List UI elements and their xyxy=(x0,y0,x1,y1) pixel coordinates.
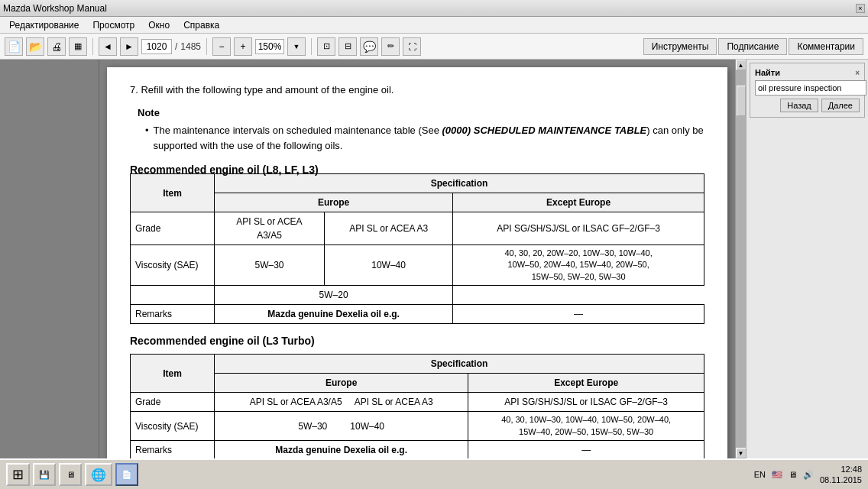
t1-item-hdr: Item xyxy=(131,174,215,212)
right-toolbar: Инструменты Подписание Комментарии xyxy=(643,38,863,55)
flag-icon: 🇺🇸 xyxy=(772,470,782,480)
note-text-1: The maintenance intervals on scheduled m… xyxy=(154,125,442,136)
note-title: Note xyxy=(138,105,704,121)
zoom-out-btn[interactable]: − xyxy=(212,37,231,56)
toolbar-print-btn[interactable]: 🖨 xyxy=(47,37,66,56)
toolbar-sep-1 xyxy=(92,38,93,55)
clock-area: 12:48 08.11.2015 xyxy=(820,464,862,486)
t2-exceu-hdr: Except Europe xyxy=(468,374,704,393)
t1-visc-except: 40, 30, 20, 20W–20, 10W–30, 10W–40,10W–5… xyxy=(453,245,704,286)
t1-visc-item: Viscosity (SAE) xyxy=(131,245,215,286)
tools-button[interactable]: Инструменты xyxy=(643,38,717,55)
scroll-up-btn[interactable]: ▲ xyxy=(736,60,747,70)
t2-grade-eu: API SL or ACEA A3/A5 API SL or ACEA A3 xyxy=(215,393,468,412)
taskbar-explorer-btn[interactable]: 🖥 xyxy=(59,463,82,486)
doc-page: 7. Refill with the following type and am… xyxy=(107,67,727,458)
note-text: The maintenance intervals on scheduled m… xyxy=(154,123,704,153)
note-block: Note • The maintenance intervals on sche… xyxy=(138,105,704,154)
note-italic: (0000) SCHEDULED MAINTENANCE TABLE xyxy=(442,125,647,136)
page-separator: / xyxy=(175,41,177,52)
network-icon: 🖥 xyxy=(789,470,797,479)
t2-remarks-except: — xyxy=(468,440,704,458)
t2-grade-except: API SG/SH/SJ/SL or ILSAC GF–2/GF–3 xyxy=(468,393,704,412)
bottom-bar: ⊞ 💾 🖥 🌐 📄 EN 🇺🇸 🖥 🔊 12:48 08.11.2015 xyxy=(0,458,868,489)
search-close-btn[interactable]: × xyxy=(855,69,860,77)
scroll-down-btn[interactable]: ▼ xyxy=(736,448,747,458)
t1-grade-eu1: API SL or ACEAA3/A5 xyxy=(215,212,325,245)
markup-btn[interactable]: ✏ xyxy=(381,37,400,56)
zoom-dropdown-btn[interactable]: ▼ xyxy=(287,37,306,56)
t2-visc-eu: 5W–30 10W–40 xyxy=(215,412,468,441)
t2-item-hdr: Item xyxy=(131,355,215,393)
table-row: Grade API SL or ACEA A3/A5 API SL or ACE… xyxy=(131,393,704,412)
toolbar-back-btn[interactable]: ◄ xyxy=(99,37,117,56)
taskbar-start-area: ⊞ 💾 🖥 🌐 📄 xyxy=(6,463,138,486)
taskbar-save-btn[interactable]: 💾 xyxy=(33,463,56,486)
doc-content: 7. Refill with the following type and am… xyxy=(130,83,704,458)
toolbar-sep-3 xyxy=(311,38,312,55)
search-input-container: ▼ xyxy=(755,80,860,96)
search-next-btn[interactable]: Далее xyxy=(821,99,860,112)
t2-visc-item: Viscosity (SAE) xyxy=(131,412,215,441)
table2-title: Recommended engine oil (L3 Turbo) xyxy=(130,333,704,349)
t1-remarks-except: — xyxy=(453,305,704,324)
menu-edit[interactable]: Редактирование xyxy=(3,18,85,32)
t2-eu-hdr: Europe xyxy=(215,374,468,393)
comment-btn[interactable]: 💬 xyxy=(360,37,378,56)
window-close-button[interactable]: × xyxy=(856,4,865,13)
t1-exceu-hdr: Except Europe xyxy=(453,193,704,212)
fit-width-btn[interactable]: ⊟ xyxy=(338,37,357,56)
menu-window[interactable]: Окно xyxy=(142,18,176,32)
search-title: Найти xyxy=(755,68,780,77)
t1-remarks-item: Remarks xyxy=(131,305,215,324)
t1-remarks-eu: Mazda genuine Dexelia oil e.g. xyxy=(215,305,453,324)
page-number-input[interactable] xyxy=(141,39,172,54)
time-display: 12:48 xyxy=(820,464,862,474)
toolbar-scan-btn[interactable]: ▦ xyxy=(69,37,87,56)
t1-grade-item: Grade xyxy=(131,212,215,245)
system-tray: EN 🇺🇸 🖥 🔊 12:48 08.11.2015 xyxy=(754,464,862,486)
window-titlebar: Mazda Workshop Manual × xyxy=(0,0,868,17)
toolbar-fwd-btn[interactable]: ► xyxy=(120,37,138,56)
left-sidebar xyxy=(0,60,99,458)
table1-proper: Item Specification Europe Except Europe … xyxy=(130,173,704,324)
zoom-input[interactable] xyxy=(255,39,284,54)
toolbar: 📄 📂 🖨 ▦ ◄ ► / 1485 − + ▼ ⊡ ⊟ 💬 ✏ ⛶ Инстр… xyxy=(0,34,868,60)
date-display: 08.11.2015 xyxy=(820,474,862,485)
menu-help[interactable]: Справка xyxy=(177,18,225,32)
zoom-in-btn[interactable]: + xyxy=(234,37,252,56)
locale-indicator: EN xyxy=(754,470,766,479)
t1-visc-item2 xyxy=(131,286,215,305)
fit-page-btn[interactable]: ⊡ xyxy=(317,37,335,56)
menu-view[interactable]: Просмотр xyxy=(86,18,141,32)
search-input[interactable] xyxy=(755,80,866,96)
table-row: Remarks Mazda genuine Dexelia oil e.g. — xyxy=(131,305,704,324)
explorer-icon: 🖥 xyxy=(66,470,75,479)
toolbar-open-btn[interactable]: 📂 xyxy=(26,37,44,56)
t1-visc-eu1: 5W–30 xyxy=(215,245,325,286)
sign-button[interactable]: Подписание xyxy=(718,38,787,55)
volume-icon: 🔊 xyxy=(803,470,814,480)
search-prev-btn[interactable]: Назад xyxy=(780,99,818,112)
bullet-symbol: • xyxy=(145,123,149,153)
table-row: 5W–20 xyxy=(131,286,704,305)
table-row: Viscosity (SAE) 5W–30 10W–40 40, 30, 20,… xyxy=(131,245,704,286)
taskbar-doc-btn[interactable]: 📄 xyxy=(115,463,138,486)
comments-button[interactable]: Комментарии xyxy=(789,38,863,55)
toolbar-sep-2 xyxy=(206,38,207,55)
t1-grade-eu2: API SL or ACEA A3 xyxy=(325,212,453,245)
doc-area: 7. Refill with the following type and am… xyxy=(99,60,735,458)
table-row: Remarks Mazda genuine Dexelia oil e.g. — xyxy=(131,440,704,458)
toolbar-new-btn[interactable]: 📄 xyxy=(5,37,23,56)
window-title: Mazda Workshop Manual xyxy=(3,3,107,14)
doc-icon: 📄 xyxy=(121,470,132,480)
menubar: Редактирование Просмотр Окно Справка xyxy=(0,17,868,34)
scroll-thumb[interactable] xyxy=(737,86,746,116)
search-nav-buttons: Назад Далее xyxy=(755,99,860,112)
right-panel: Найти × ▼ Назад Далее xyxy=(746,60,868,458)
taskbar-chrome-btn[interactable]: 🌐 xyxy=(85,463,112,486)
expand-btn[interactable]: ⛶ xyxy=(403,37,421,56)
scroll-track[interactable] xyxy=(736,70,747,448)
start-button[interactable]: ⊞ xyxy=(6,463,30,486)
note-bullet-item: • The maintenance intervals on scheduled… xyxy=(145,123,704,153)
